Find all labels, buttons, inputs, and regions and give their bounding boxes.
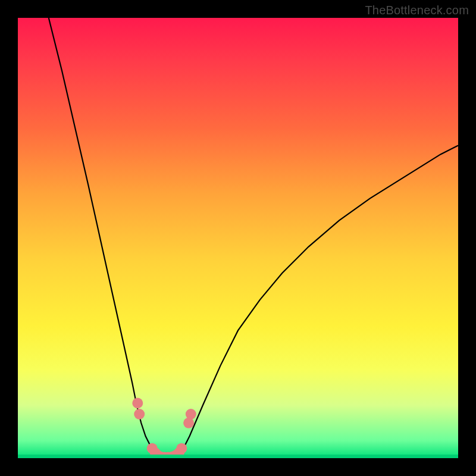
data-dot [132, 398, 143, 409]
curve-right-branch [181, 146, 458, 454]
curve-layer [18, 18, 458, 458]
data-dots [132, 398, 196, 459]
data-dot [134, 409, 145, 419]
plot-area [18, 18, 458, 458]
data-dot [186, 409, 196, 419]
plot-bottom-edge [18, 455, 458, 458]
data-dot [176, 443, 187, 454]
watermark-text: TheBottleneck.com [365, 4, 469, 17]
chart-frame: TheBottleneck.com [0, 0, 476, 476]
curve-left-branch [49, 18, 155, 454]
